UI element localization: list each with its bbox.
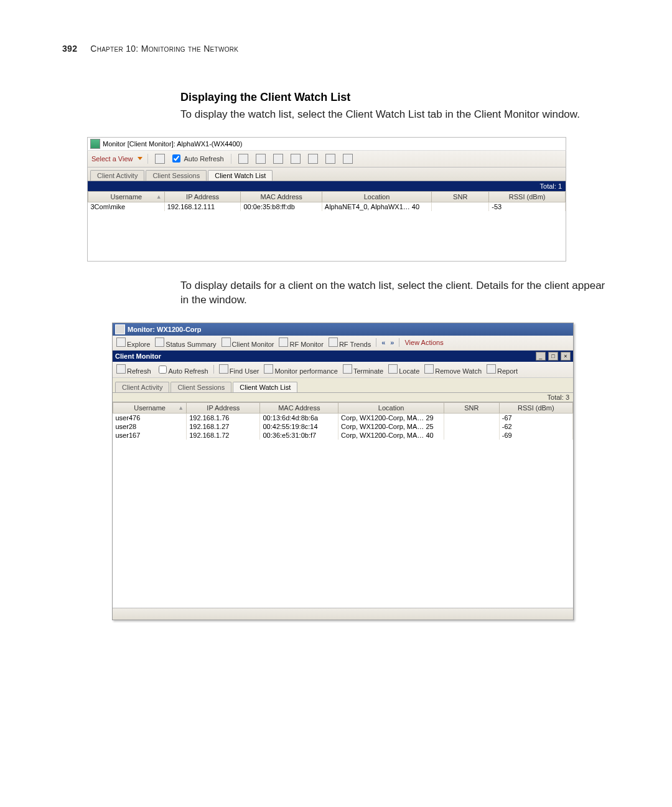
close-button[interactable]: × [561, 352, 571, 361]
remove-watch-button[interactable]: Remove Watch [424, 364, 482, 375]
tool-icon [343, 154, 353, 164]
cell-mac: 00:0e:35:b8:ff:db [241, 202, 322, 211]
empty-area [113, 440, 573, 608]
cell-location: Corp, WX1200-Corp, MA… 40 [338, 431, 444, 440]
cell-username: 3Com\mike [88, 202, 165, 211]
section-intro: To display the watch list, select the Cl… [180, 108, 610, 122]
remove-watch-icon [424, 364, 434, 374]
tool-button[interactable] [254, 153, 268, 164]
status-icon [155, 337, 164, 347]
select-view-label: Select a View [91, 155, 133, 163]
section-details: To display details for a client on the w… [180, 279, 610, 308]
app-icon [90, 139, 100, 149]
cell-username: user28 [113, 422, 187, 431]
monitor-perf-icon [264, 364, 273, 374]
cell-snr [444, 422, 500, 431]
table-row[interactable]: user476 192.168.1.76 00:13:6d:4d:8b:6a C… [113, 413, 573, 422]
tool-button[interactable] [271, 153, 285, 164]
watch-list-table: Username▲ IP Address MAC Address Locatio… [113, 402, 573, 440]
col-ip[interactable]: IP Address [164, 191, 241, 202]
auto-refresh-checkbox[interactable] [172, 154, 180, 163]
maximize-button[interactable]: □ [548, 352, 558, 361]
tab-client-sessions[interactable]: Client Sessions [146, 170, 207, 181]
find-user-button[interactable]: Find User [219, 364, 259, 375]
col-snr[interactable]: SNR [444, 402, 500, 413]
sort-asc-icon: ▲ [178, 405, 184, 411]
total-row: Total: 3 [113, 393, 573, 402]
nav-explore[interactable]: Explore [116, 337, 150, 348]
page-number: 392 [62, 44, 77, 54]
nav-next-icon[interactable]: » [390, 339, 394, 346]
section-title: Displaying the Client Watch List [180, 91, 610, 104]
cell-rssi: -67 [499, 413, 572, 422]
col-username[interactable]: Username▲ [113, 402, 187, 413]
nav-client-monitor[interactable]: Client Monitor [222, 337, 274, 348]
nav-rf-monitor[interactable]: RF Monitor [279, 337, 323, 348]
rf-monitor-icon [279, 337, 288, 347]
nav-status[interactable]: Status Summary [155, 337, 216, 348]
auto-refresh-toggle[interactable]: Auto Refresh [170, 154, 225, 163]
auto-refresh-checkbox[interactable] [159, 366, 167, 374]
cell-location: Corp, WX1200-Corp, MA… 29 [338, 413, 444, 422]
tool-icon [256, 154, 266, 164]
report-icon [487, 364, 496, 374]
refresh-button[interactable]: Refresh [116, 364, 151, 375]
report-button[interactable]: Report [487, 364, 518, 375]
col-location[interactable]: Location [338, 402, 444, 413]
tab-client-sessions[interactable]: Client Sessions [170, 382, 231, 392]
sort-asc-icon: ▲ [156, 194, 162, 200]
col-rssi[interactable]: RSSI (dBm) [499, 402, 572, 413]
toolbar: Select a View Auto Refresh [87, 150, 566, 168]
tab-client-watch-list[interactable]: Client Watch List [233, 382, 297, 392]
tool-button[interactable] [289, 153, 302, 164]
cell-location: AlphaNET4_0, AlphaWX1… 40 [322, 202, 431, 211]
find-user-icon [219, 364, 228, 374]
cell-ip: 192.168.12.111 [164, 202, 241, 211]
col-rssi[interactable]: RSSI (dBm) [489, 191, 566, 202]
page-header: 392 Chapter 10: Monitoring the Network [62, 44, 610, 54]
refresh-icon [116, 364, 126, 374]
chapter-label: Chapter 10: Monitoring the Network [90, 44, 238, 54]
col-username[interactable]: Username▲ [88, 191, 165, 202]
nav-toolbar: Explore Status Summary Client Monitor RF… [113, 336, 573, 351]
monitor-performance-button[interactable]: Monitor performance [264, 364, 338, 375]
cell-snr [444, 431, 500, 440]
explore-icon [116, 337, 126, 347]
terminate-button[interactable]: Terminate [343, 364, 383, 375]
locate-button[interactable]: Locate [388, 364, 419, 375]
tool-button[interactable] [236, 153, 250, 164]
table-row[interactable]: user167 192.168.1.72 00:36:e5:31:0b:f7 C… [113, 431, 573, 440]
table-area: Total: 1 Username▲ IP Address MAC Addres… [87, 181, 566, 262]
tool-button[interactable] [324, 153, 337, 164]
refresh-button[interactable] [153, 153, 167, 164]
window-title: Monitor: WX1200-Corp [128, 326, 202, 333]
col-ip[interactable]: IP Address [187, 402, 260, 413]
table-row[interactable]: user28 192.168.1.27 00:42:55:19:8c:14 Co… [113, 422, 573, 431]
separator [147, 154, 148, 164]
tool-icon [273, 154, 283, 164]
cell-ip: 192.168.1.76 [187, 413, 260, 422]
tool-button[interactable] [306, 153, 320, 164]
col-snr[interactable]: SNR [432, 191, 489, 202]
cell-username: user167 [113, 431, 187, 440]
select-view-dropdown-icon[interactable] [138, 157, 142, 160]
client-monitor-subtitle: Client Monitor _ □ × [113, 351, 573, 362]
cell-snr [444, 413, 500, 422]
table-row[interactable]: 3Com\mike 192.168.12.111 00:0e:35:b8:ff:… [88, 202, 566, 211]
watch-list-table: Username▲ IP Address MAC Address Locatio… [88, 191, 566, 211]
col-mac[interactable]: MAC Address [241, 191, 322, 202]
tool-button[interactable] [341, 153, 355, 164]
col-mac[interactable]: MAC Address [260, 402, 338, 413]
tab-client-activity[interactable]: Client Activity [90, 170, 144, 181]
rf-trends-icon [329, 337, 338, 347]
tab-client-activity[interactable]: Client Activity [115, 382, 169, 392]
tab-client-watch-list[interactable]: Client Watch List [208, 170, 273, 181]
minimize-button[interactable]: _ [536, 352, 546, 361]
total-row: Total: 1 [88, 181, 566, 191]
nav-prev-icon[interactable]: « [381, 339, 385, 346]
nav-rf-trends[interactable]: RF Trends [329, 337, 371, 348]
auto-refresh-toggle[interactable]: Auto Refresh [156, 364, 208, 375]
col-location[interactable]: Location [322, 191, 431, 202]
cell-mac: 00:13:6d:4d:8b:6a [260, 413, 338, 422]
tool-icon [291, 154, 301, 164]
